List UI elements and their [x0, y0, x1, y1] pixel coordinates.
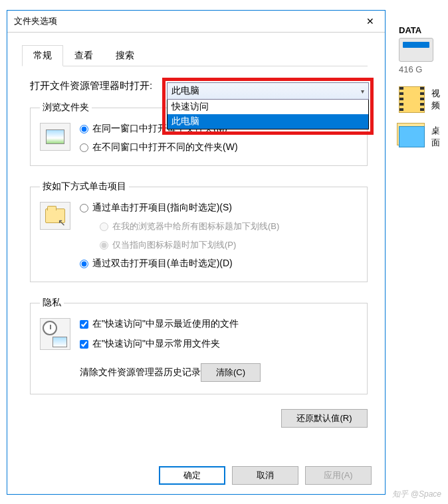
- clear-history-label: 清除文件资源管理器历史记录: [80, 367, 201, 378]
- watermark: 知乎 @Space: [392, 489, 441, 500]
- radio-double-click-label: 通过双击打开项目(单击时选定)(D): [92, 258, 233, 270]
- desktop-item[interactable]: 桌面: [395, 125, 448, 149]
- radio-new-window-input[interactable]: [80, 143, 88, 152]
- radio-same-window-input[interactable]: [80, 125, 88, 133]
- radio-underline-all: 在我的浏览器中给所有图标标题加下划线(B): [100, 220, 279, 232]
- chevron-down-icon: ▾: [361, 88, 364, 95]
- dialog-buttons: 确定 取消 应用(A): [159, 466, 372, 485]
- radio-underline-all-input: [100, 222, 108, 231]
- clear-button[interactable]: 清除(C): [201, 363, 261, 382]
- drive-icon: [399, 38, 433, 62]
- tab-view[interactable]: 查看: [63, 45, 104, 66]
- dialog-title: 文件夹选项: [14, 15, 57, 27]
- video-icon: [399, 86, 425, 113]
- tab-search[interactable]: 搜索: [104, 45, 146, 66]
- restore-defaults-button[interactable]: 还原默认值(R): [281, 409, 368, 428]
- radio-double-click-input[interactable]: [80, 260, 88, 268]
- radio-underline-all-label: 在我的浏览器中给所有图标标题加下划线(B): [112, 220, 279, 232]
- titlebar: 文件夹选项 ✕: [7, 11, 385, 33]
- combo-selected-text: 此电脑: [171, 85, 199, 97]
- click-items-group: 按如下方式单击项目 ↖ 通过单击打开项目(指向时选定)(S) 在我的浏览器中给所…: [30, 181, 368, 282]
- cursor-icon: ↖: [58, 217, 66, 228]
- drive-label: DATA: [399, 25, 421, 35]
- videos-label: 视频: [431, 88, 448, 112]
- check-frequent-folders[interactable]: 在"快速访问"中显示常用文件夹: [80, 338, 261, 350]
- open-explorer-label: 打开文件资源管理器时打开:: [30, 80, 152, 92]
- close-button[interactable]: ✕: [355, 11, 385, 33]
- radio-new-window[interactable]: 在不同窗口中打开不同的文件夹(W): [80, 141, 238, 153]
- radio-single-click-input[interactable]: [80, 204, 88, 212]
- radio-new-window-label: 在不同窗口中打开不同的文件夹(W): [92, 141, 238, 153]
- tab-general[interactable]: 常规: [22, 45, 63, 66]
- radio-single-click[interactable]: 通过单击打开项目(指向时选定)(S): [80, 202, 279, 214]
- click-icon: ↖: [40, 202, 70, 230]
- radio-underline-hover: 仅当指向图标标题时加下划线(P): [100, 239, 279, 251]
- combo-option-quick-access[interactable]: 快速访问: [168, 100, 368, 114]
- drive-item[interactable]: DATA 416 G: [395, 25, 448, 74]
- radio-underline-hover-label: 仅当指向图标标题时加下划线(P): [112, 239, 236, 251]
- check-recent-files[interactable]: 在"快速访问"中显示最近使用的文件: [80, 318, 261, 330]
- browse-icon: [40, 123, 70, 151]
- combo-dropdown-list: 快速访问 此电脑: [167, 100, 369, 129]
- open-explorer-combo-wrap: 此电脑 ▾ 快速访问 此电脑: [167, 82, 369, 129]
- tab-strip: 常规 查看 搜索: [22, 44, 368, 66]
- videos-item[interactable]: 视频: [395, 86, 448, 113]
- cancel-button[interactable]: 取消: [232, 466, 298, 485]
- close-icon: ✕: [366, 16, 374, 27]
- check-frequent-folders-label: 在"快速访问"中显示常用文件夹: [92, 338, 220, 350]
- radio-double-click[interactable]: 通过双击打开项目(单击时选定)(D): [80, 258, 279, 270]
- check-frequent-folders-input[interactable]: [80, 340, 88, 349]
- check-recent-files-input[interactable]: [80, 320, 88, 329]
- browse-legend: 浏览文件夹: [40, 102, 92, 114]
- radio-underline-hover-input: [100, 241, 108, 250]
- open-explorer-combo[interactable]: 此电脑 ▾: [167, 82, 369, 100]
- combo-option-this-pc[interactable]: 此电脑: [168, 114, 368, 129]
- check-recent-files-label: 在"快速访问"中显示最近使用的文件: [92, 318, 239, 330]
- desktop-icon: [399, 126, 425, 147]
- radio-single-click-label: 通过单击打开项目(指向时选定)(S): [92, 202, 232, 214]
- background-explorer: DATA 416 G 视频 桌面: [395, 0, 448, 161]
- click-legend: 按如下方式单击项目: [40, 181, 129, 193]
- privacy-group: 隐私 在"快速访问"中显示最近使用的文件 在"快速访问"中显示常用文件夹 清: [30, 297, 368, 394]
- privacy-icon: [40, 318, 70, 350]
- privacy-legend: 隐私: [40, 297, 64, 309]
- apply-button[interactable]: 应用(A): [305, 466, 372, 485]
- desktop-label: 桌面: [431, 125, 448, 149]
- folder-options-dialog: 文件夹选项 ✕ 常规 查看 搜索 打开文件资源管理器时打开: 浏览文件夹 在同一…: [7, 10, 386, 495]
- drive-sublabel: 416 G: [399, 64, 422, 74]
- ok-button[interactable]: 确定: [159, 466, 225, 485]
